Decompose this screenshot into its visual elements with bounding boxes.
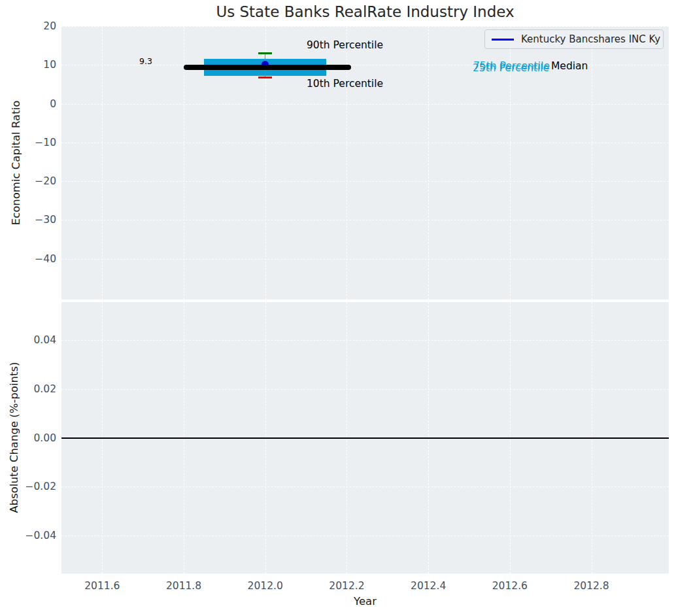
x-tick-label: 2011.8: [154, 579, 213, 592]
y-tick-label: 0: [1, 97, 56, 111]
legend-line-icon: [492, 39, 514, 41]
chart-figure: Us State Banks RealRate Industry Index E…: [0, 0, 676, 616]
p90-cap: [258, 52, 272, 54]
p10-cap: [258, 77, 272, 78]
y-tick-label: 0.04: [1, 334, 56, 347]
y-tick-label: 10: [1, 58, 56, 71]
y-axis-label-top: Economic Capital Ratio: [10, 101, 22, 226]
median-label-annotation: Median: [551, 60, 588, 73]
legend-label: Kentucky Bancshares INC Ky: [521, 33, 660, 45]
p10-annotation: 10th Percentile: [307, 78, 383, 90]
gridline-horizontal: [61, 340, 669, 341]
gridline-horizontal: [61, 536, 669, 536]
gridline-horizontal: [61, 104, 669, 105]
x-tick-label: 2012.4: [399, 579, 458, 592]
p90-annotation: 90th Percentile: [307, 39, 383, 52]
gridline-horizontal: [61, 143, 669, 143]
gridline-horizontal: [61, 487, 669, 487]
gridline-horizontal: [61, 389, 669, 390]
zero-line: [61, 437, 669, 439]
y-tick-label: −40: [1, 252, 56, 265]
p25-annotation: 25th Percentile: [473, 62, 549, 75]
median-line: [184, 65, 351, 70]
gridline-horizontal: [61, 26, 669, 27]
legend: Kentucky Bancshares INC Ky: [484, 29, 664, 49]
x-axis-label: Year: [61, 595, 669, 607]
gridline-horizontal: [61, 259, 669, 260]
x-tick-label: 2012.0: [236, 579, 295, 592]
x-tick-label: 2012.6: [481, 579, 539, 592]
gridline-horizontal: [61, 181, 669, 182]
median-value-annotation: 9.3: [139, 55, 152, 67]
gridline-horizontal: [61, 220, 669, 220]
x-tick-label: 2011.6: [73, 579, 131, 592]
y-tick-label: 0.00: [1, 432, 56, 445]
y-tick-label: −0.02: [1, 480, 56, 493]
x-tick-label: 2012.2: [317, 579, 376, 592]
y-tick-label: −20: [1, 175, 56, 188]
y-tick-label: −10: [1, 136, 56, 149]
y-tick-label: −30: [1, 213, 56, 226]
y-tick-label: −0.04: [1, 529, 56, 542]
y-tick-label: 20: [1, 20, 56, 33]
x-tick-label: 2012.8: [562, 579, 621, 592]
chart-title: Us State Banks RealRate Industry Index: [61, 3, 669, 20]
y-tick-label: 0.02: [1, 383, 56, 396]
